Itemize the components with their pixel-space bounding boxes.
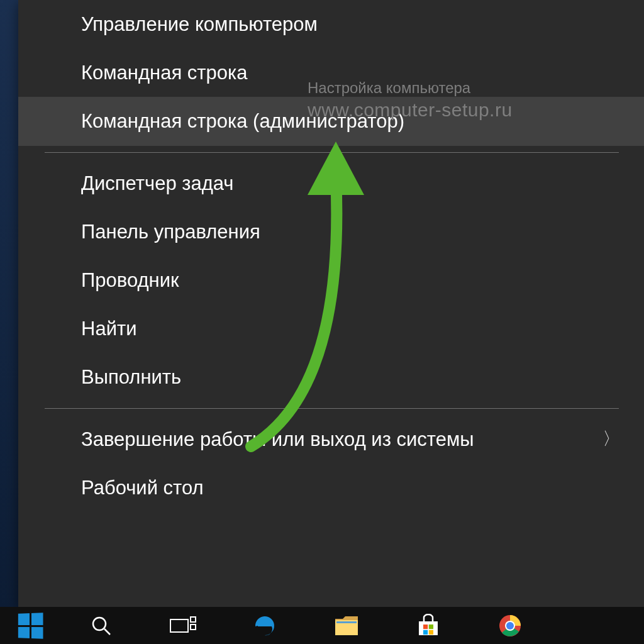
svg-rect-6 — [191, 625, 196, 630]
menu-item-computer-management[interactable]: Управление компьютером — [18, 0, 644, 48]
task-view-icon — [169, 616, 197, 636]
menu-item-label: Командная строка — [81, 61, 247, 84]
svg-rect-10 — [423, 625, 428, 629]
taskbar-chrome-button[interactable] — [469, 607, 551, 644]
svg-rect-8 — [336, 621, 357, 623]
svg-rect-11 — [429, 625, 433, 629]
menu-separator — [45, 152, 619, 153]
taskbar-search-button[interactable] — [60, 607, 142, 644]
menu-item-label: Проводник — [81, 269, 179, 292]
menu-item-label: Диспетчер задач — [81, 172, 234, 195]
svg-rect-4 — [170, 619, 188, 632]
chevron-right-icon: 〉 — [602, 428, 620, 450]
svg-line-3 — [104, 629, 110, 635]
svg-point-16 — [506, 622, 514, 630]
taskbar — [0, 607, 644, 644]
svg-rect-13 — [429, 630, 433, 634]
menu-item-label: Командная строка (администратор) — [81, 109, 404, 133]
menu-item-control-panel[interactable]: Панель управления — [18, 208, 644, 256]
menu-item-label: Панель управления — [81, 220, 260, 243]
menu-item-command-prompt-admin[interactable]: Командная строка (администратор) — [18, 97, 644, 145]
menu-item-run[interactable]: Выполнить — [18, 353, 644, 401]
desktop-background-strip — [0, 0, 19, 607]
chrome-icon — [498, 614, 522, 638]
svg-rect-12 — [423, 630, 428, 634]
menu-separator — [45, 408, 619, 409]
menu-item-file-explorer[interactable]: Проводник — [18, 256, 644, 304]
menu-item-label: Управление компьютером — [81, 13, 318, 36]
menu-item-search[interactable]: Найти — [18, 304, 644, 353]
svg-point-2 — [93, 618, 106, 630]
taskbar-start-button[interactable] — [0, 607, 60, 644]
menu-item-label: Выполнить — [81, 365, 181, 389]
store-icon — [416, 614, 440, 638]
svg-rect-9 — [419, 621, 438, 635]
taskbar-explorer-button[interactable] — [306, 607, 387, 644]
folder-icon — [334, 615, 359, 636]
winx-context-menu: Управление компьютером Командная строка … — [18, 0, 644, 607]
menu-item-label: Рабочий стол — [81, 476, 204, 499]
menu-item-desktop[interactable]: Рабочий стол — [18, 464, 644, 512]
taskbar-edge-button[interactable] — [224, 607, 306, 644]
menu-item-label: Найти — [81, 317, 136, 340]
taskbar-task-view-button[interactable] — [142, 607, 224, 644]
edge-icon — [253, 614, 277, 638]
menu-item-label: Завершение работы или выход из системы — [81, 428, 474, 451]
search-icon — [90, 614, 113, 637]
taskbar-store-button[interactable] — [387, 607, 469, 644]
menu-item-command-prompt[interactable]: Командная строка — [18, 48, 644, 97]
windows-logo-icon — [18, 613, 43, 638]
menu-item-shutdown-signout[interactable]: Завершение работы или выход из системы 〉 — [18, 415, 644, 464]
menu-item-task-manager[interactable]: Диспетчер задач — [18, 159, 644, 208]
svg-rect-5 — [191, 617, 196, 622]
